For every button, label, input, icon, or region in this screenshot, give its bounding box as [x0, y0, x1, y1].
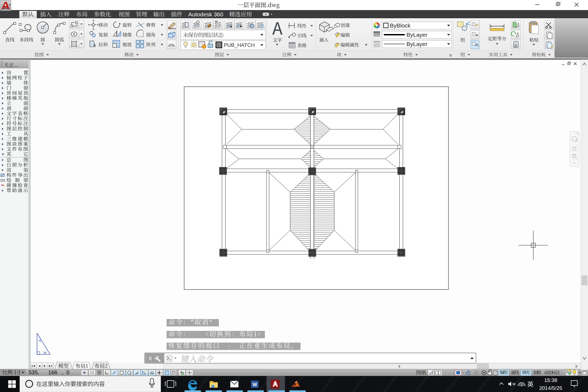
- svg-text:ByBlock: ByBlock: [390, 22, 411, 29]
- svg-text:W: W: [253, 382, 257, 387]
- svg-text:ByLayer: ByLayer: [406, 41, 427, 47]
- svg-text:2014/5/25: 2014/5/25: [539, 385, 562, 391]
- svg-text:ByLayer: ByLayer: [406, 32, 427, 38]
- svg-text:2D: 2D: [575, 139, 578, 142]
- svg-text:15:38: 15:38: [544, 377, 557, 383]
- svg-text:535, 166 , 0: 535, 166 , 0: [29, 369, 69, 375]
- svg-text:PUB_HATCH: PUB_HATCH: [224, 42, 255, 48]
- svg-text:Autodesk 360: Autodesk 360: [188, 11, 223, 17]
